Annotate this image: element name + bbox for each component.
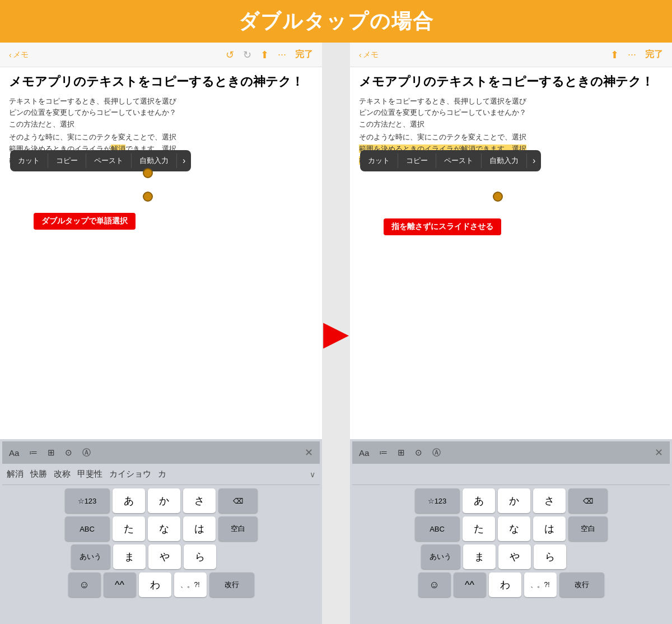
left-key-emoji[interactable]: ☺	[68, 572, 101, 597]
right-key-ma[interactable]: ま	[463, 544, 496, 569]
right-key-ta[interactable]: た	[463, 516, 495, 541]
right-key-abc[interactable]: ABC	[415, 516, 460, 541]
left-key-ta[interactable]: た	[113, 516, 145, 541]
right-keyboard-rows: ☆123 あ か さ ⌫ ABC た な は 空白 あいう ま や	[352, 485, 670, 600]
right-key-punct[interactable]: 、。?!	[524, 572, 557, 597]
right-paste-btn[interactable]: ペースト	[436, 153, 482, 168]
left-kb-toolbar: Aa ≔ ⊞ ⊙ Ⓐ ✕	[2, 441, 320, 464]
right-key-sa[interactable]: さ	[533, 488, 566, 513]
left-topbar: ‹ メモ ↺ ↻ ⬆ ··· 完了	[0, 43, 322, 67]
left-kb-aa[interactable]: Aa	[9, 448, 19, 458]
right-more-arrow[interactable]: ›	[527, 153, 541, 168]
left-kb-circle-a[interactable]: Ⓐ	[82, 448, 91, 458]
right-memo-body: メモアプリのテキストをコピーするときの神テク！ テキストをコピーするとき、長押し…	[350, 67, 672, 439]
right-key-ka[interactable]: か	[498, 488, 530, 513]
left-pred-4[interactable]: 甲斐性	[77, 469, 102, 479]
right-done-button[interactable]: 完了	[645, 49, 663, 60]
left-redo-icon[interactable]: ↻	[243, 49, 251, 61]
left-pred-1[interactable]: 解消	[7, 469, 24, 479]
right-kb-table[interactable]: ⊞	[398, 448, 405, 458]
left-key-empty	[219, 544, 251, 569]
page-title: ダブルタップの場合	[239, 8, 434, 35]
right-kb-aa[interactable]: Aa	[359, 448, 369, 458]
left-kb-camera[interactable]: ⊙	[65, 448, 72, 458]
left-key-punct[interactable]: 、。?!	[174, 572, 207, 597]
right-copy-btn[interactable]: コピー	[398, 153, 436, 168]
right-annotation: 指を離さずにスライドさせる	[384, 218, 501, 235]
left-key-num[interactable]: ☆123	[65, 488, 110, 513]
right-topbar: ‹ メモ ⬆ ··· 完了	[350, 43, 672, 67]
right-key-ha[interactable]: は	[533, 516, 566, 541]
left-pred-chevron[interactable]: ∨	[310, 470, 315, 479]
right-key-hat[interactable]: ^^	[454, 572, 486, 597]
left-pred-5[interactable]: カイショウ	[109, 469, 151, 479]
left-cut-btn[interactable]: カット	[10, 153, 48, 168]
left-key-na[interactable]: な	[148, 516, 180, 541]
left-pred-6[interactable]: カ	[158, 469, 166, 479]
left-more-arrow[interactable]: ›	[177, 153, 191, 168]
right-key-num[interactable]: ☆123	[415, 488, 460, 513]
left-key-ha[interactable]: は	[183, 516, 216, 541]
left-key-ra[interactable]: ら	[184, 544, 216, 569]
left-key-ma[interactable]: ま	[113, 544, 146, 569]
left-key-sa[interactable]: さ	[183, 488, 216, 513]
left-key-space[interactable]: 空白	[218, 516, 258, 541]
left-key-ya[interactable]: や	[148, 544, 181, 569]
left-copy-btn[interactable]: コピー	[48, 153, 86, 168]
right-key-na[interactable]: な	[498, 516, 530, 541]
right-key-a[interactable]: あ	[463, 488, 495, 513]
right-auto-input-btn[interactable]: 自動入力	[482, 153, 527, 168]
left-share-icon[interactable]: ⬆	[260, 49, 269, 61]
right-key-emoji[interactable]: ☺	[418, 572, 451, 597]
right-back-button[interactable]: ‹ メモ	[359, 50, 379, 60]
left-key-aiueo[interactable]: あいう	[71, 544, 110, 569]
left-undo-icon[interactable]: ↺	[226, 49, 234, 61]
left-key-ka[interactable]: か	[148, 488, 180, 513]
right-key-wa[interactable]: わ	[489, 572, 521, 597]
left-annotation: ダブルタップで単語選択	[34, 213, 136, 230]
right-kb-row-4: ☺ ^^ わ 、。?! 改行	[354, 572, 668, 597]
right-keyboard: Aa ≔ ⊞ ⊙ Ⓐ ✕ ☆123 あ か さ ⌫ ABC	[350, 439, 672, 624]
right-key-ya[interactable]: や	[498, 544, 531, 569]
right-kb-close[interactable]: ✕	[655, 446, 663, 459]
left-pred-3[interactable]: 改称	[54, 469, 71, 479]
right-kb-camera[interactable]: ⊙	[415, 448, 422, 458]
right-body-line4: そのような時に、実にこのテクを変えことで、選択	[359, 132, 663, 143]
left-predictive-bar: 解消 快勝 改称 甲斐性 カイショウ カ ∨	[2, 464, 320, 485]
right-more-icon[interactable]: ···	[628, 49, 636, 60]
right-key-ra[interactable]: ら	[534, 544, 566, 569]
right-cut-btn[interactable]: カット	[360, 153, 398, 168]
left-kb-table[interactable]: ⊞	[48, 448, 55, 458]
right-body-line3: この方法だと、選択	[359, 119, 663, 131]
left-finger-cursor-1	[143, 168, 153, 178]
left-done-button[interactable]: 完了	[295, 49, 313, 60]
right-key-aiueo[interactable]: あいう	[421, 544, 460, 569]
left-paste-btn[interactable]: ペースト	[86, 153, 132, 168]
left-pred-2[interactable]: 快勝	[30, 469, 47, 479]
left-kb-format[interactable]: ≔	[29, 448, 38, 458]
right-key-del[interactable]: ⌫	[568, 488, 608, 513]
left-key-a[interactable]: あ	[113, 488, 145, 513]
left-body-line4: そのような時に、実にこのテクを変えことで、選択	[9, 132, 313, 143]
left-key-abc[interactable]: ABC	[65, 516, 110, 541]
left-auto-input-btn[interactable]: 自動入力	[132, 153, 177, 168]
right-share-icon[interactable]: ⬆	[610, 49, 619, 61]
right-toolbar-icons: ⬆ ··· 完了	[610, 49, 663, 61]
left-key-wa[interactable]: わ	[139, 572, 171, 597]
main-content: ‹ メモ ↺ ↻ ⬆ ··· 完了 メモアプリのテキストをコピーするときの神テク…	[0, 43, 672, 624]
left-body-line2: ピンの位置を変更してからコピーしていませんか？	[9, 107, 313, 119]
left-key-del[interactable]: ⌫	[218, 488, 258, 513]
left-back-label: メモ	[13, 50, 29, 60]
left-kb-close[interactable]: ✕	[305, 446, 313, 459]
right-kb-circle-a[interactable]: Ⓐ	[432, 448, 441, 458]
right-kb-format[interactable]: ≔	[379, 448, 388, 458]
left-key-hat[interactable]: ^^	[104, 572, 136, 597]
right-key-space[interactable]: 空白	[568, 516, 608, 541]
left-back-button[interactable]: ‹ メモ	[9, 50, 29, 60]
right-key-enter[interactable]: 改行	[559, 572, 604, 597]
left-kb-row-3: あいう ま や ら	[4, 544, 318, 569]
left-more-icon[interactable]: ···	[278, 49, 286, 60]
right-memo-title: メモアプリのテキストをコピーするときの神テク！	[359, 74, 663, 90]
left-key-enter[interactable]: 改行	[209, 572, 254, 597]
right-kb-toolbar: Aa ≔ ⊞ ⊙ Ⓐ ✕	[352, 441, 670, 464]
